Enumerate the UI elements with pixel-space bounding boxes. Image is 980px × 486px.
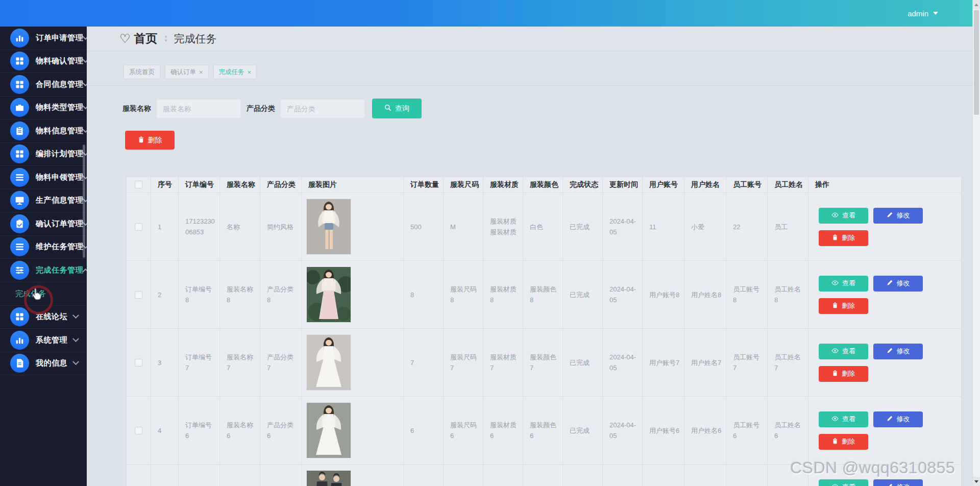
sidebar-item-finish-task-mgmt[interactable]: 完成任务管理: [0, 259, 87, 282]
cell-status: [563, 465, 603, 486]
pencil-icon: [887, 211, 893, 220]
row-checkbox[interactable]: [135, 427, 142, 434]
results-table: 序号订单编号服装名称产品分类服装图片订单数量服装尺码服装材质服装颜色完成状态更新…: [126, 176, 962, 486]
sidebar-item-confirm-order[interactable]: 确认订单管理: [0, 212, 87, 236]
cell-order-no: 订单编号7: [179, 329, 220, 397]
cell-clothes-name: 名称: [220, 193, 260, 261]
chevron-down-icon: [72, 312, 79, 319]
select-all-checkbox[interactable]: [135, 181, 142, 188]
row-checkbox[interactable]: [135, 223, 142, 231]
edit-button[interactable]: 修改: [873, 276, 923, 291]
header-cell-material: 服装材质: [483, 177, 523, 193]
sidebar-item-maintain-task[interactable]: 维护任务管理: [0, 236, 87, 259]
cell-color: 白色: [523, 193, 563, 261]
sidebar-scrollbar-thumb[interactable]: [83, 144, 85, 258]
cell-color: 服装颜色6: [523, 397, 563, 465]
edit-button[interactable]: 修改: [873, 479, 923, 486]
header-select-all: [127, 177, 151, 193]
sidebar-item-contract-info[interactable]: 合同信息管理: [0, 73, 87, 96]
scrollbar-down-arrow[interactable]: [973, 477, 980, 486]
sidebar-item-material-confirm[interactable]: 物料确认管理: [0, 50, 87, 74]
content-area: ♡ 首页 完成任务 系统首页确认订单×完成任务× 服装名称 产品分类 查询 删除: [87, 27, 972, 486]
cell-actions: 查看修改删除: [808, 397, 962, 465]
delete-button[interactable]: 删除: [819, 298, 868, 314]
cell-actions: 查看修改删除: [808, 465, 962, 486]
scrollbar-up-arrow[interactable]: [973, 0, 980, 9]
bulk-delete-button[interactable]: 删除: [125, 131, 175, 150]
sidebar-item-order-apply[interactable]: 订单申请管理: [0, 27, 87, 50]
monitor-icon: [10, 191, 29, 210]
sidebar-item-forum[interactable]: 在线论坛: [0, 306, 87, 329]
header-cell-staff-name: 员工姓名: [768, 177, 808, 193]
row-checkbox[interactable]: [135, 291, 142, 299]
cell-user-name: [684, 465, 726, 486]
sidebar-item-label: 合同信息管理: [36, 80, 83, 89]
table-row: 4订单编号6服装名称6产品分类66服装尺码6服装材质6服装颜色6已完成2024-…: [127, 397, 961, 465]
cell-updated: 2024-04-05: [603, 397, 643, 465]
grid-icon: [10, 307, 29, 326]
page-scrollbar[interactable]: [972, 0, 980, 486]
tab-home-tab[interactable]: 系统首页: [124, 65, 160, 79]
view-button[interactable]: 查看: [819, 479, 868, 486]
delete-button[interactable]: 删除: [819, 230, 868, 246]
tab-confirm-order-tab[interactable]: 确认订单×: [165, 65, 209, 79]
cell-clothes-name: 服装名称7: [220, 329, 260, 397]
cell-staff-name: 员工姓名8: [768, 261, 808, 329]
trash-icon: [832, 234, 838, 242]
sidebar-item-material-info[interactable]: 物料信息管理: [0, 119, 87, 143]
view-label: 查看: [842, 279, 855, 288]
sidebar-item-system[interactable]: 系统管理: [0, 329, 87, 352]
view-label: 查看: [842, 347, 855, 356]
cell-clothes-image: [302, 193, 404, 261]
search-icon: [384, 104, 391, 113]
sidebar-item-plan-schedule[interactable]: 编排计划管理: [0, 143, 87, 166]
edit-button[interactable]: 修改: [873, 411, 923, 427]
eye-icon: [831, 416, 839, 423]
cell-user-name: 用户姓名7: [684, 329, 726, 397]
cell-user-name: 用户姓名6: [684, 397, 726, 465]
trash-icon: [832, 370, 838, 378]
breadcrumb-home[interactable]: 首页: [134, 31, 158, 46]
sidebar-subitem-finish-task[interactable]: 完成任务: [0, 282, 87, 306]
view-button[interactable]: 查看: [819, 276, 868, 291]
sidebar-item-production-info[interactable]: 生产信息管理: [0, 189, 87, 213]
sidebar-item-label: 确认订单管理: [36, 219, 83, 229]
table-row: 11712323006853名称简约风格500M服装材质服装材质白色已完成202…: [127, 193, 961, 261]
chevron-down-icon: [72, 359, 79, 366]
cell-material: 服装材质8: [483, 261, 523, 329]
delete-label: 删除: [842, 301, 855, 310]
sidebar-item-my-info[interactable]: 我的信息: [0, 352, 87, 376]
tab-close-icon[interactable]: ×: [199, 69, 203, 76]
sidebar-item-material-request[interactable]: 物料申领管理: [0, 166, 87, 189]
sidebar-item-material-type[interactable]: 物料类型管理: [0, 96, 87, 120]
sidebar-item-label: 订单申请管理: [36, 33, 83, 43]
pencil-icon: [887, 415, 893, 423]
tab-finish-task-tab[interactable]: 完成任务×: [213, 65, 257, 79]
cell-order-no: [179, 465, 220, 486]
header-cell-color: 服装颜色: [523, 177, 563, 193]
clothes-name-input[interactable]: [156, 99, 241, 118]
cell-size: M: [444, 193, 483, 261]
delete-button[interactable]: 删除: [819, 434, 868, 450]
product-category-input[interactable]: [280, 99, 365, 118]
sidebar: 订单申请管理物料确认管理合同信息管理物料类型管理物料信息管理编排计划管理物料申领…: [0, 27, 87, 486]
cell-qty: [404, 465, 444, 486]
view-button[interactable]: 查看: [819, 411, 868, 427]
query-button[interactable]: 查询: [372, 99, 422, 118]
edit-button[interactable]: 修改: [873, 208, 923, 224]
delete-button[interactable]: 删除: [819, 366, 868, 382]
edit-button[interactable]: 修改: [873, 344, 923, 359]
sidebar-item-label: 生产信息管理: [36, 196, 83, 205]
cell-clothes-image: [302, 261, 404, 329]
user-menu[interactable]: admin: [908, 0, 938, 27]
view-label: 查看: [842, 415, 855, 424]
pencil-icon: [887, 279, 893, 287]
view-button[interactable]: 查看: [819, 208, 868, 224]
tab-close-icon[interactable]: ×: [248, 69, 252, 76]
scrollbar-thumb[interactable]: [974, 10, 979, 115]
grid-icon: [10, 75, 29, 94]
cell-material: [483, 465, 523, 486]
cell-category: 产品分类6: [260, 397, 302, 465]
row-checkbox[interactable]: [135, 359, 142, 367]
view-button[interactable]: 查看: [819, 344, 868, 359]
